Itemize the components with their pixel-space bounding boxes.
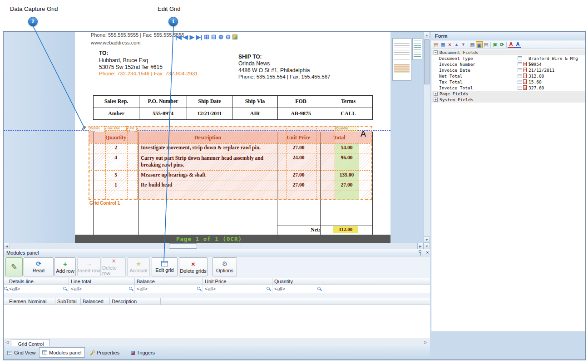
account-button[interactable]: Account xyxy=(127,257,150,276)
search-icon[interactable] xyxy=(197,287,200,290)
vscroll-thumb[interactable] xyxy=(424,39,430,84)
scroll-up-button[interactable] xyxy=(424,32,430,38)
tab-modules-panel[interactable]: Modules panel xyxy=(39,347,85,358)
edit-grid-button[interactable]: Edit grid xyxy=(152,257,178,276)
fit-width-icon[interactable] xyxy=(204,34,209,40)
insert-row-button[interactable]: Insert row xyxy=(77,257,101,276)
scroll-down-button[interactable] xyxy=(424,236,430,243)
grid-col-header[interactable]: Elements xyxy=(7,298,26,305)
pin-icon[interactable] xyxy=(419,250,421,253)
tab-properties[interactable]: Properties xyxy=(87,348,122,357)
filter-col-header[interactable]: Quantity xyxy=(272,278,323,285)
tab-triggers[interactable]: Triggers xyxy=(128,348,158,357)
tab-grid-control[interactable]: Grid Control xyxy=(12,339,50,346)
filter-col-header[interactable]: Line total xyxy=(69,278,135,285)
delete-row-button[interactable]: Delete row xyxy=(102,257,126,276)
image-icon[interactable] xyxy=(492,41,499,48)
field-zone-icon[interactable] xyxy=(518,68,522,72)
scroll-corner-button[interactable] xyxy=(424,243,430,249)
grid-hline[interactable] xyxy=(89,191,372,191)
expand-icon[interactable] xyxy=(434,92,438,96)
field-zone-icon[interactable] xyxy=(518,80,522,84)
field-value[interactable]: 312.00 xyxy=(529,74,544,79)
tree-group-document-fields[interactable]: Document Fields xyxy=(431,49,585,55)
options-button[interactable]: Options xyxy=(212,257,237,276)
mini-map-thumbnail[interactable] xyxy=(412,38,422,60)
filter-cell[interactable]: <all> xyxy=(272,285,323,293)
filter-cell[interactable]: <all> xyxy=(135,285,203,293)
zoom-in-icon[interactable] xyxy=(218,34,224,40)
fit-page-icon[interactable] xyxy=(211,34,217,40)
elements-grid-body[interactable] xyxy=(4,305,430,339)
doc-hscrollbar[interactable] xyxy=(4,243,430,249)
field-zone-icon[interactable] xyxy=(518,56,522,60)
show-table-icon[interactable] xyxy=(469,41,476,48)
add-row-button[interactable]: Add row xyxy=(54,257,76,276)
search-icon[interactable] xyxy=(129,287,132,290)
grid-col-header[interactable]: Nominal code xyxy=(26,298,55,305)
move-down-icon[interactable] xyxy=(460,41,467,48)
filter-cell[interactable]: <all> xyxy=(69,285,135,293)
delete-grids-button[interactable]: Delete grids xyxy=(179,257,208,276)
filter-col-header[interactable]: Unit Price xyxy=(203,278,272,285)
tree-group-system-fields[interactable]: System Fields xyxy=(431,97,585,103)
scroll-left-button[interactable] xyxy=(4,243,10,249)
tab-scroll-left-icon[interactable] xyxy=(5,340,9,344)
grid-col-header[interactable]: Description xyxy=(110,298,161,305)
last-page-icon[interactable] xyxy=(196,34,203,40)
collapse-icon[interactable] xyxy=(434,50,438,54)
font-color-icon[interactable] xyxy=(508,42,514,48)
grid-col-header[interactable]: SubTotal xyxy=(55,298,81,305)
tree-field-row[interactable]: Net Total 312.00 xyxy=(431,73,585,79)
tree-group-page-fields[interactable]: Page Fields xyxy=(431,91,585,97)
pencil-icon[interactable] xyxy=(81,125,86,131)
add-field-icon[interactable] xyxy=(433,41,440,48)
filter-col-header[interactable]: Details line xyxy=(7,278,69,285)
close-icon[interactable] xyxy=(426,250,429,255)
prev-page-icon[interactable] xyxy=(183,34,188,40)
field-zone-icon[interactable] xyxy=(518,74,522,78)
grid-hline[interactable] xyxy=(89,181,372,181)
search-icon[interactable] xyxy=(267,287,270,290)
tree-field-row[interactable]: Document Type Branford Wire & Mfg Co xyxy=(431,55,585,61)
delete-field-icon[interactable] xyxy=(446,41,453,48)
pan-tool-icon[interactable] xyxy=(232,34,237,39)
grid-col-header[interactable]: Balanced xyxy=(81,298,110,305)
expand-icon[interactable] xyxy=(434,98,438,102)
refresh-icon[interactable] xyxy=(499,41,505,48)
field-zone-icon[interactable] xyxy=(518,86,522,90)
grid-hline[interactable] xyxy=(89,153,372,153)
search-icon[interactable] xyxy=(4,287,7,290)
tab-grid-view[interactable]: Grid View xyxy=(5,348,38,357)
next-page-icon[interactable] xyxy=(190,34,194,40)
tree-field-row[interactable]: Invoice Date 21/12/2011 xyxy=(431,67,585,73)
add-grid-icon[interactable] xyxy=(440,41,446,48)
filter-lead-cell[interactable] xyxy=(4,285,7,293)
scroll-right-button[interactable] xyxy=(417,243,424,249)
field-value[interactable]: 21/12/2011 xyxy=(529,68,554,73)
grid-vline[interactable] xyxy=(359,126,359,200)
field-value[interactable]: 58954 xyxy=(529,62,542,67)
field-zone-icon[interactable] xyxy=(518,62,522,66)
grid-hline[interactable] xyxy=(89,170,372,171)
filter-col-header[interactable]: Balance xyxy=(135,278,203,285)
hscroll-thumb[interactable] xyxy=(169,243,197,249)
move-up-icon[interactable] xyxy=(453,41,460,48)
search-icon[interactable] xyxy=(317,287,321,290)
grid-hline[interactable] xyxy=(89,143,372,144)
field-value[interactable]: 15.60 xyxy=(529,79,542,84)
filter-cell[interactable]: <all> xyxy=(7,285,69,293)
search-icon[interactable] xyxy=(63,287,66,290)
grid-col-label-details-line[interactable]: Details line xyxy=(89,126,105,132)
field-value[interactable]: 327.60 xyxy=(529,85,544,90)
grid-col-label-quantity[interactable]: Quantity xyxy=(335,126,358,131)
tree-field-row[interactable]: Invoice Number 58954 xyxy=(431,61,585,67)
highlight-color-icon[interactable] xyxy=(514,42,521,48)
read-button[interactable]: Read xyxy=(24,257,54,276)
page-thumbnail[interactable] xyxy=(392,38,411,81)
tree-field-row[interactable]: Tax Total 15.60 xyxy=(431,79,585,85)
first-page-icon[interactable] xyxy=(175,34,182,40)
tree-field-row[interactable]: Invoice Total 327.60 xyxy=(431,85,585,91)
layout-icon[interactable] xyxy=(483,41,489,48)
tab-scroll-right-icon[interactable] xyxy=(424,340,427,344)
